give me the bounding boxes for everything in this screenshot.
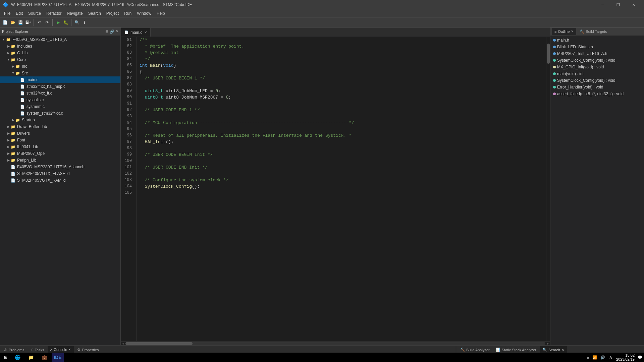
scroll-left-icon[interactable]: ◂ — [121, 342, 125, 346]
menu-item-search[interactable]: Search — [86, 10, 104, 16]
tree-item[interactable]: ▶📁Includes — [0, 43, 120, 50]
code-editor[interactable]: 8182838485868788899091929394959697989910… — [121, 37, 550, 341]
outline-item[interactable]: MSP2807_Test_UTF16_A.h — [550, 50, 644, 57]
tree-item-label: Inc — [22, 64, 27, 69]
explorer-taskbar-button[interactable]: 📁 — [25, 353, 37, 362]
close-button[interactable]: ✕ — [626, 0, 641, 9]
tree-item[interactable]: 📄syscalls.c — [0, 97, 120, 103]
menu-item-edit[interactable]: Edit — [13, 10, 25, 16]
build-targets-tab[interactable]: 🔨 Build Targets — [577, 28, 609, 35]
outline-item[interactable]: SystemClock_Config(void) : void — [550, 57, 644, 64]
br-tab-close-icon[interactable]: ✕ — [561, 348, 564, 352]
tab-close-icon[interactable]: ✕ — [144, 31, 147, 34]
editor-bottom-scroll[interactable]: ◂ ▸ — [121, 341, 550, 345]
app-button[interactable]: 💼 — [38, 353, 50, 362]
undo-button[interactable]: ↶ — [36, 19, 43, 26]
code-content[interactable]: /** * @brief The application entry point… — [137, 37, 546, 341]
tree-item[interactable]: 📄F405VG_MSP2807_UTF16_A.launch — [0, 164, 120, 170]
pe-link-icon[interactable]: 🔗 — [110, 29, 114, 34]
save-all-button[interactable]: 💾+ — [24, 19, 32, 26]
tree-item[interactable]: 📄STM32F405VGTX_RAM.ld — [0, 177, 120, 184]
menu-item-help[interactable]: Help — [154, 10, 168, 16]
tree-item[interactable]: ▼📁F405VG_MSP2807_UTF16_A — [0, 36, 120, 43]
tree-item[interactable]: ▼📁Core — [0, 56, 120, 63]
tree-item[interactable]: ▶📁Draw_Buffer_Lib — [0, 123, 120, 130]
outline-tab-close[interactable]: ✕ — [571, 30, 574, 33]
menu-item-file[interactable]: File — [1, 10, 13, 16]
open-button[interactable]: 📂 — [9, 19, 16, 26]
tree-arrow-icon[interactable]: ▶ — [11, 65, 15, 68]
tree-arrow-icon[interactable]: ▶ — [6, 145, 11, 148]
ide-taskbar-button[interactable]: IDE — [52, 353, 64, 362]
new-button[interactable]: 📄 — [1, 19, 9, 26]
pe-close-icon[interactable]: ✕ — [116, 29, 118, 34]
tree-item[interactable]: ▶📁Periph_Lib — [0, 157, 120, 164]
menu-item-navigate[interactable]: Navigate — [64, 10, 85, 16]
menu-item-refactor[interactable]: Refactor — [44, 10, 64, 16]
tree-arrow-icon[interactable]: ▼ — [6, 58, 11, 61]
outline-item[interactable]: MX_GPIO_Init(void) : void — [550, 64, 644, 70]
tree-item-label: Src — [22, 71, 28, 75]
info-button[interactable]: i — [81, 19, 88, 26]
pe-collapse-icon[interactable]: ⊟ — [105, 29, 108, 34]
tree-arrow-icon[interactable]: ▶ — [6, 132, 11, 135]
clock[interactable]: 15:02 2023/02/19 — [616, 353, 635, 361]
tree-arrow-icon[interactable]: ▶ — [6, 138, 11, 142]
editor-scrollbar[interactable] — [546, 37, 550, 341]
outline-item[interactable]: Blink_LED_Status.h — [550, 44, 644, 50]
redo-button[interactable]: ↷ — [43, 19, 51, 26]
tree-item[interactable]: ▶📁MSP2807_Ope — [0, 150, 120, 157]
tree-arrow-icon[interactable]: ▶ — [6, 125, 11, 128]
code-token: /* USER CODE END Init */ — [140, 165, 208, 170]
tree-arrow-icon[interactable]: ▼ — [1, 38, 6, 41]
tree-item-label: F405VG_MSP2807_UTF16_A.launch — [17, 165, 85, 169]
tree-item[interactable]: 📄system_stm32f4xx.c — [0, 110, 120, 117]
bottom-tab-close-icon[interactable]: ✕ — [68, 348, 71, 351]
tree-item-label: stm32f4xx_hal_msp.c — [26, 84, 65, 89]
menu-item-source[interactable]: Source — [25, 10, 44, 16]
minimize-button[interactable]: ─ — [595, 0, 610, 9]
tree-arrow-icon[interactable]: ▼ — [11, 71, 15, 75]
scroll-right-icon[interactable]: ▸ — [546, 342, 550, 346]
editor-tab-mainc[interactable]: 📄 main.c ✕ — [121, 28, 151, 37]
menu-item-window[interactable]: Window — [134, 10, 154, 16]
notification-icon[interactable]: 💬 — [637, 355, 643, 360]
tree-arrow-icon[interactable]: ▶ — [6, 51, 11, 55]
outline-tab[interactable]: ≡ Outline ✕ — [552, 28, 576, 35]
tree-arrow-icon[interactable]: ▶ — [6, 45, 11, 48]
maximize-button[interactable]: ❐ — [610, 0, 626, 9]
debug-button[interactable]: 🐛 — [62, 19, 69, 26]
start-button[interactable]: ⊞ — [1, 353, 10, 362]
save-button[interactable]: 💾 — [17, 19, 24, 26]
outline-item[interactable]: Error_Handler(void) : void — [550, 84, 644, 90]
outline-item[interactable]: assert_failed(uint8_t*, uint32_t) : void — [550, 90, 644, 97]
outline-dot-icon — [553, 52, 556, 55]
tree-item[interactable]: 📄stm32f4xx_hal_msp.c — [0, 83, 120, 90]
tree-item[interactable]: ▶📁C_Lib — [0, 50, 120, 56]
tree-item[interactable]: 📄sysmem.c — [0, 103, 120, 110]
tree-arrow-icon[interactable]: ▶ — [11, 118, 15, 122]
tree-item[interactable]: ▶📁Inc — [0, 63, 120, 70]
tree-item[interactable]: 📄stm32f4xx_it.c — [0, 90, 120, 97]
tree-item[interactable]: ▶📁Font — [0, 137, 120, 143]
h-scroll-track[interactable] — [125, 342, 545, 345]
outline-item[interactable]: main.h — [550, 37, 644, 44]
search-tb-button[interactable]: 🔍 — [73, 19, 80, 26]
outline-item[interactable]: main(void) : int — [550, 70, 644, 77]
tree-item[interactable]: ▶📁Startup — [0, 117, 120, 123]
tree-item[interactable]: 📄main.c — [0, 76, 120, 83]
tree-item-label: STM32F405VGTX_RAM.ld — [17, 178, 66, 183]
tree-item[interactable]: ▶📁Drivers — [0, 130, 120, 137]
tree-item[interactable]: ▶📁ILI9341_Lib — [0, 143, 120, 150]
menu-item-project[interactable]: Project — [104, 10, 121, 16]
tree-item[interactable]: 📄STM32F405VGTX_FLASH.ld — [0, 170, 120, 177]
tree-arrow-icon[interactable]: ▶ — [6, 159, 11, 162]
edge-button[interactable]: 🌐 — [11, 353, 23, 362]
outline-dot-icon — [553, 86, 556, 88]
tray-chevron[interactable]: ∧ — [587, 355, 589, 360]
tree-arrow-icon[interactable]: ▶ — [6, 152, 11, 155]
build-button[interactable]: ▶ — [54, 19, 62, 26]
outline-item[interactable]: SystemClock_Config(void) : void — [550, 77, 644, 84]
tree-item[interactable]: ▼📁Src — [0, 70, 120, 76]
menu-item-run[interactable]: Run — [121, 10, 134, 16]
